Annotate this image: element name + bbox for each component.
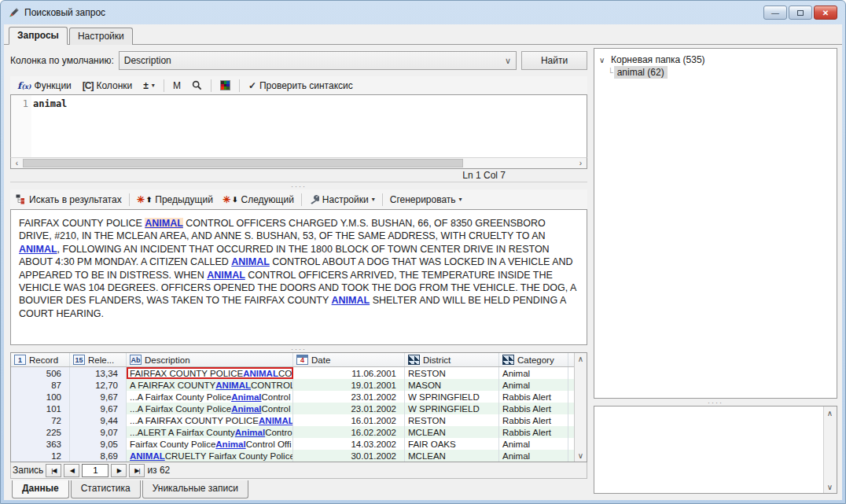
close-button[interactable]: ✕ [814,6,837,20]
animal-link[interactable]: Animal [231,392,261,402]
cell-district[interactable]: W SPRINGFIELD [405,403,499,414]
cell-date[interactable]: 16.01.2002 [293,414,405,426]
animal-link[interactable]: ANIMAL [215,381,251,390]
cell-relevance[interactable]: 8,69 [70,450,127,462]
cell-description[interactable]: ...A Fairfax County Police Animal Contro… [127,403,293,414]
plus-minus-button[interactable]: ± ▾ [139,79,159,93]
scroll-down-icon[interactable]: ∨ [824,480,836,493]
cell-filler[interactable] [568,450,574,462]
cell-record[interactable]: 225 [11,426,70,438]
cell-record[interactable]: 12 [11,450,70,462]
find-button[interactable]: Найти [521,51,587,70]
scroll-right-icon[interactable]: › [575,158,587,168]
search-in-results-button[interactable]: Искать в результатах [12,193,126,207]
table-row[interactable]: 1019,67...A Fairfax County Police Animal… [11,403,574,414]
animal-link[interactable]: ANIMAL [19,244,57,255]
tab-unique-records[interactable]: Уникальные записи [142,480,248,498]
cell-filler[interactable] [568,414,574,426]
column-header-category[interactable]: Category [499,353,568,366]
animal-link[interactable]: Animal [231,404,261,414]
table-row[interactable]: 128,69ANIMAL CRUELTY Fairfax County Poli… [11,450,574,462]
cell-category[interactable]: Rabbis Alert [499,391,568,403]
previous-record-button[interactable]: ◀ [64,464,79,477]
last-record-button[interactable]: ▶| [129,464,145,477]
scroll-left-icon[interactable]: ‹ [11,158,23,168]
cell-description[interactable]: ...A FAIRFAX COUNTY POLICE ANIMAL C [127,414,293,426]
column-header-record[interactable]: 1Record [11,353,70,366]
table-row[interactable]: 50613,34FAIRFAX COUNTY POLICE ANIMAL CON… [11,367,574,379]
color-grid-button[interactable] [216,79,234,92]
scroll-down-icon[interactable]: ∨ [575,450,587,462]
cell-record[interactable]: 363 [11,438,70,450]
table-row[interactable]: 1009,67...A Fairfax County Police Animal… [11,391,574,403]
next-record-button[interactable]: ▶ [111,464,127,477]
cell-district[interactable]: RESTON [405,367,499,379]
cell-filler[interactable] [568,379,574,391]
tree-item-root[interactable]: ∨ Корневая папка (535) [598,53,833,66]
cell-category[interactable]: Animal [499,379,568,391]
cell-category[interactable]: Animal [499,367,568,379]
cell-date[interactable]: 23.01.2002 [293,391,405,403]
query-text[interactable]: animal [31,95,587,157]
detail-vscrollbar[interactable]: ∧ ∨ [823,407,837,493]
tree-child-label[interactable]: animal (62) [614,66,668,79]
cell-relevance[interactable]: 9,67 [70,403,127,414]
cell-record[interactable]: 100 [11,391,70,403]
cell-relevance[interactable]: 9,07 [70,426,127,438]
first-record-button[interactable]: |◀ [46,464,61,477]
cell-district[interactable]: RESTON [405,414,499,426]
cell-date[interactable]: 16.02.2002 [293,426,405,438]
cell-record[interactable]: 72 [11,414,70,426]
animal-link[interactable]: Animal [235,428,265,437]
cell-description[interactable]: A FAIRFAX COUNTY ANIMAL CONTROL C [127,379,293,391]
cell-category[interactable]: Animal [499,450,568,462]
cell-description[interactable]: Fairfax County Police Animal Control Off… [127,438,293,450]
editor-hscrollbar[interactable]: ‹ › [10,157,587,169]
cell-record[interactable]: 87 [11,379,70,391]
column-header-rele[interactable]: 15Rele... [70,353,127,366]
animal-link[interactable]: ANIMAL [332,295,370,306]
cell-filler[interactable] [568,391,574,403]
cell-date[interactable]: 23.01.2002 [293,403,405,414]
table-row[interactable]: 8712,70A FAIRFAX COUNTY ANIMAL CONTROL C… [11,379,574,391]
animal-link[interactable]: ANIMAL [145,218,183,229]
cell-description[interactable]: ANIMAL CRUELTY Fairfax County Police... [127,450,293,462]
settings-dropdown-button[interactable]: Настройки ▾ [305,193,379,207]
tree-item-animal[interactable]: └ animal (62) [608,66,833,79]
cell-category[interactable]: Rabbis Alert [499,414,568,426]
cell-relevance[interactable]: 9,44 [70,414,127,426]
scroll-up-icon[interactable]: ∧ [824,407,836,419]
record-number-input[interactable] [82,464,109,477]
match-case-button[interactable]: M [169,79,185,93]
horizontal-splitter[interactable]: ···· [10,182,587,189]
cell-category[interactable]: Animal [499,438,568,450]
previous-match-button[interactable]: ✳⬆ Предыдущий [133,193,217,207]
cell-category[interactable]: Rabbis Alert [499,403,568,414]
cell-relevance[interactable]: 13,34 [70,367,127,379]
cell-district[interactable]: MASON [405,379,499,391]
tab-statistics[interactable]: Статистика [71,480,141,498]
tree-root-label[interactable]: Корневая папка (535) [611,54,705,65]
tab-queries[interactable]: Запросы [9,27,68,45]
cell-description[interactable]: ...ALERT A Fairfax County Animal Contro [127,426,293,438]
table-row[interactable]: 2259,07...ALERT A Fairfax County Animal … [11,426,574,438]
maximize-button[interactable] [789,6,812,20]
animal-link[interactable]: ANIMAL [259,416,293,425]
hscroll-thumb[interactable] [23,159,463,167]
cell-date[interactable]: 14.03.2002 [293,438,405,450]
query-editor[interactable]: 1 animal [10,94,587,157]
animal-link[interactable]: Animal [215,440,245,449]
columns-button[interactable]: [C] Колонки [79,79,136,93]
minimize-button[interactable]: — [763,6,787,20]
horizontal-splitter[interactable]: ···· [10,345,587,352]
functions-button[interactable]: f(x) Функции [13,79,75,93]
animal-link[interactable]: ANIMAL [207,270,245,281]
table-row[interactable]: 729,44...A FAIRFAX COUNTY POLICE ANIMAL … [11,414,574,426]
default-column-combobox[interactable]: Description ∨ [119,51,517,70]
cell-record[interactable]: 506 [11,367,70,379]
tab-settings[interactable]: Настройки [69,28,133,45]
cell-record[interactable]: 101 [11,403,70,414]
column-header-date[interactable]: 4Date [293,353,405,366]
cell-category[interactable]: Rabbis Alert [499,426,568,438]
cell-filler[interactable] [568,403,574,414]
